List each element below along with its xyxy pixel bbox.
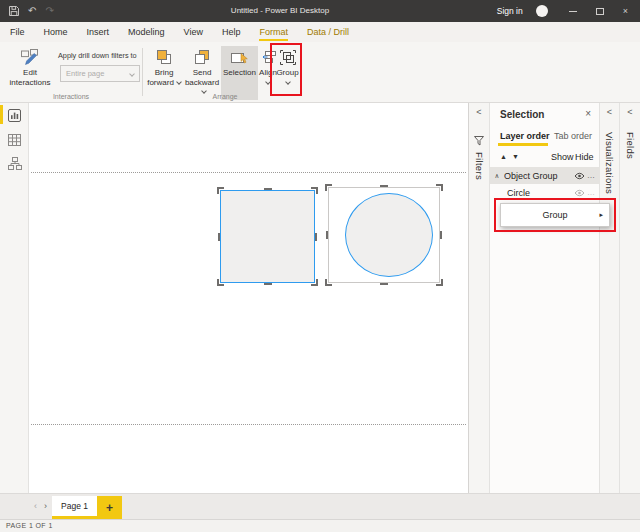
report-view-icon[interactable] — [8, 108, 21, 126]
add-page-button[interactable]: + — [97, 496, 122, 519]
tab-view[interactable]: View — [184, 22, 203, 42]
tab-format[interactable]: Format — [259, 22, 288, 42]
active-tab-underline — [259, 39, 288, 41]
window-title: Untitled - Power BI Desktop — [0, 0, 560, 22]
bring-forward-button[interactable]: Bring forward — [146, 46, 182, 100]
layer-row-object-group[interactable]: ∧ Object Group … — [490, 167, 600, 184]
send-backward-button[interactable]: Send backward — [183, 46, 221, 100]
more-options-icon[interactable]: … — [587, 188, 600, 197]
view-rail — [0, 103, 29, 493]
circle-shape[interactable] — [345, 193, 433, 277]
ribbon-tab-bar: File Home Insert Modeling View Help Form… — [0, 22, 640, 42]
resize-handle[interactable] — [436, 279, 443, 286]
tab-layer-order[interactable]: Layer order — [500, 131, 550, 141]
filters-rail-label: Filters — [474, 152, 485, 180]
previous-page-arrow[interactable]: ‹ — [34, 500, 37, 512]
resize-handle[interactable] — [436, 184, 443, 191]
tab-modeling[interactable]: Modeling — [128, 22, 165, 42]
resize-handle[interactable] — [311, 279, 318, 286]
circle-selection-frame[interactable] — [328, 187, 440, 283]
close-window-button[interactable]: × — [623, 7, 628, 16]
page-guide-bottom — [31, 424, 466, 425]
ribbon-separator — [142, 48, 143, 96]
tab-data-drill[interactable]: Data / Drill — [307, 22, 349, 42]
collapse-group-icon[interactable]: ∧ — [490, 172, 504, 180]
annotation-box-group-button — [270, 43, 302, 96]
page-guide-top — [31, 172, 466, 173]
drill-scope-dropdown[interactable]: Entire page — [60, 65, 140, 82]
resize-handle[interactable] — [218, 233, 220, 241]
visibility-eye-icon[interactable] — [572, 172, 587, 180]
resize-handle[interactable] — [326, 231, 328, 239]
resize-handle[interactable] — [325, 184, 332, 191]
filters-pane-collapsed[interactable]: < Filters — [469, 103, 490, 493]
bring-forward-icon — [157, 46, 171, 68]
tab-home[interactable]: Home — [44, 22, 68, 42]
move-layer-down-button[interactable]: ▼ — [512, 153, 519, 160]
selection-pane-button[interactable]: Selection — [221, 46, 258, 100]
visualizations-rail-label: Visualizations — [604, 132, 615, 194]
tab-insert[interactable]: Insert — [87, 22, 110, 42]
resize-handle[interactable] — [315, 233, 317, 241]
status-bar: PAGE 1 OF 1 — [0, 519, 640, 532]
visibility-eye-icon[interactable] — [572, 189, 587, 197]
resize-handle[interactable] — [264, 283, 272, 285]
title-bar: ↶ ↷ Untitled - Power BI Desktop Sign in … — [0, 0, 640, 22]
square-shape[interactable] — [220, 190, 315, 283]
main-area: < Filters Selection × Layer order Tab or… — [0, 103, 640, 493]
edit-interactions-button[interactable]: Edit interactions — [2, 46, 58, 100]
tab-help[interactable]: Help — [222, 22, 241, 42]
resize-handle[interactable] — [325, 279, 332, 286]
redo-icon[interactable]: ↷ — [45, 6, 53, 16]
powerbi-window: ↶ ↷ Untitled - Power BI Desktop Sign in … — [0, 0, 640, 532]
page-tab-bar: ‹ › Page 1 + — [0, 493, 640, 519]
model-view-icon[interactable] — [8, 156, 22, 174]
selection-pane: Selection × Layer order Tab order ▲ ▼ Sh… — [490, 103, 600, 493]
ribbon: Edit interactions Apply drill down filte… — [0, 42, 640, 103]
close-pane-icon[interactable]: × — [585, 108, 591, 119]
resize-handle[interactable] — [440, 231, 442, 239]
visualizations-pane-collapsed[interactable]: < Visualizations — [600, 103, 620, 493]
chevron-down-icon — [129, 71, 135, 77]
hide-all-button[interactable]: Hide — [575, 152, 594, 162]
resize-handle[interactable] — [380, 283, 388, 285]
sign-in-button[interactable]: Sign in — [497, 6, 523, 16]
resize-handle[interactable] — [311, 187, 318, 194]
more-options-icon[interactable]: … — [587, 171, 600, 180]
chevron-down-icon — [176, 79, 182, 85]
maximize-button[interactable] — [596, 8, 604, 15]
selection-icon — [231, 46, 248, 68]
resize-handle[interactable] — [217, 187, 224, 194]
expand-fields-icon[interactable]: < — [620, 107, 640, 117]
next-page-arrow[interactable]: › — [44, 500, 47, 512]
apply-drill-label: Apply drill down filters to — [58, 51, 142, 60]
page-tab[interactable]: Page 1 — [52, 496, 97, 519]
active-view-indicator — [0, 105, 3, 124]
resize-handle[interactable] — [217, 279, 224, 286]
data-view-icon[interactable] — [8, 132, 21, 150]
selection-pane-title: Selection — [500, 109, 544, 120]
move-layer-up-button[interactable]: ▲ — [500, 153, 507, 160]
quick-access-toolbar: ↶ ↷ — [0, 2, 54, 20]
filter-funnel-icon — [469, 132, 489, 150]
tab-file[interactable]: File — [10, 22, 25, 42]
annotation-box-group-menu — [494, 198, 616, 232]
fields-rail-label: Fields — [625, 132, 636, 159]
save-icon[interactable] — [9, 2, 19, 20]
fields-pane-collapsed[interactable]: < Fields — [620, 103, 640, 493]
show-all-button[interactable]: Show — [551, 152, 574, 162]
active-tab-underline — [498, 143, 548, 146]
edit-interactions-icon — [21, 46, 39, 68]
resize-handle[interactable] — [264, 188, 272, 190]
undo-icon[interactable]: ↶ — [28, 6, 36, 16]
expand-filters-icon[interactable]: < — [469, 107, 489, 117]
tab-tab-order[interactable]: Tab order — [554, 131, 592, 141]
expand-visualizations-icon[interactable]: < — [600, 107, 619, 117]
minimize-button[interactable] — [569, 11, 577, 12]
group-caption-interactions: Interactions — [0, 93, 142, 100]
avatar[interactable] — [536, 5, 548, 17]
resize-handle[interactable] — [380, 185, 388, 187]
report-canvas[interactable] — [29, 103, 469, 493]
send-backward-icon — [195, 46, 209, 68]
